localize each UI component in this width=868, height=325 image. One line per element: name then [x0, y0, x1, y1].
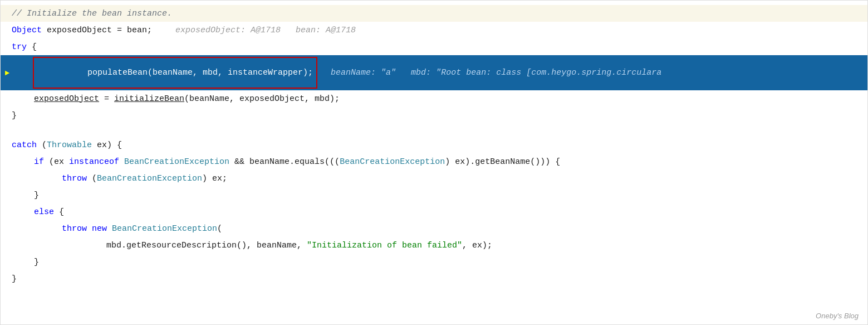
- line-content-mbd: mbd.getResourceDescription(), beanName, …: [1, 237, 867, 254]
- line-content-throw2: throw new BeanCreationException (: [1, 220, 867, 237]
- text-mbd-end: , ex);: [462, 241, 492, 250]
- line-content-if: if (ex instanceof BeanCreationException …: [1, 153, 867, 170]
- text-catch-var: ex) {: [92, 140, 122, 150]
- text-throw1-end: ) ex;: [202, 174, 227, 183]
- text-initialize: exposedObject: [34, 94, 99, 104]
- line-close-else: }: [1, 254, 867, 270]
- text-exposed: exposedObject = bean;: [42, 26, 152, 35]
- text-if-end: ) ex).getBeanName())) {: [445, 157, 560, 167]
- populate-text: populateBean(beanName, mbd, instanceWrap…: [87, 68, 313, 77]
- line-content-object: Object exposedObject = bean; exposedObje…: [1, 22, 867, 38]
- line-close-try: }: [1, 107, 867, 124]
- text-mbd: mbd.getResourceDescription(), beanName,: [106, 241, 307, 250]
- line-content-else: else {: [1, 203, 867, 220]
- line-content-populate: populateBean(beanName, mbd, instanceWrap…: [14, 55, 867, 90]
- type-bce3: BeanCreationException: [97, 174, 202, 183]
- red-box-populate: populateBean(beanName, mbd, instanceWrap…: [33, 57, 317, 89]
- line-initialize: exposedObject = initializeBean (beanName…: [1, 90, 867, 107]
- line-object: Object exposedObject = bean; exposedObje…: [1, 22, 867, 38]
- line-content-initialize: exposedObject = initializeBean (beanName…: [1, 90, 867, 107]
- kw-if: if: [34, 157, 44, 167]
- text-space1: [119, 157, 124, 167]
- kw-try: try: [12, 42, 27, 52]
- kw-object: Object: [12, 26, 42, 35]
- text-init-method: initializeBean: [114, 94, 184, 104]
- kw-else: else: [34, 207, 54, 217]
- line-close-if: }: [1, 187, 867, 203]
- debug-arrow: ►: [1, 55, 14, 90]
- brace-close-if: }: [34, 191, 39, 200]
- code-container: // Initialize the bean instance. Object …: [0, 0, 868, 325]
- line-throw1: throw ( BeanCreationException ) ex;: [1, 170, 867, 187]
- code-area: // Initialize the bean instance. Object …: [1, 1, 867, 292]
- text-throw2-space2: [107, 224, 112, 234]
- line-content-catch: catch ( Throwable ex) {: [1, 137, 867, 153]
- text-ampersand: && beanName.equals(((: [229, 157, 340, 167]
- line-content-comment: // Initialize the bean instance.: [1, 5, 867, 22]
- comment-text: // Initialize the bean instance.: [12, 9, 172, 18]
- line-throw2: throw new BeanCreationException (: [1, 220, 867, 237]
- line-populate: ► populateBean(beanName, mbd, instanceWr…: [1, 55, 867, 90]
- line-catch: catch ( Throwable ex) {: [1, 137, 867, 153]
- text-catch-paren: (: [37, 140, 47, 150]
- brace-close-catch: }: [12, 274, 17, 284]
- text-try-brace: {: [27, 42, 37, 52]
- text-init-args: (beanName, exposedObject, mbd);: [184, 94, 340, 104]
- text-throw2-paren: (: [217, 224, 222, 234]
- line-if: if (ex instanceof BeanCreationException …: [1, 153, 867, 170]
- line-empty: [1, 124, 867, 137]
- string-init-failed: "Initialization of bean failed": [307, 241, 462, 250]
- text-throw2-space: [87, 224, 92, 234]
- line-content-close-else: }: [1, 254, 867, 270]
- line-content-close-catch: }: [1, 270, 867, 287]
- kw-throw1: throw: [62, 174, 87, 183]
- text-if-paren: (ex: [44, 157, 69, 167]
- line-content-close-if: }: [1, 187, 867, 203]
- type-bce1: BeanCreationException: [124, 157, 229, 167]
- kw-new: new: [92, 224, 107, 234]
- line-else: else {: [1, 203, 867, 220]
- line-try: try {: [1, 38, 867, 55]
- brace-close-try: }: [12, 111, 17, 120]
- line-content-empty: [1, 124, 867, 137]
- line-close-catch: }: [1, 270, 867, 287]
- type-throwable: Throwable: [47, 140, 92, 150]
- watermark: Oneby's Blog: [816, 312, 859, 320]
- line-comment: // Initialize the bean instance.: [1, 5, 867, 22]
- type-bce4: BeanCreationException: [112, 224, 217, 234]
- line-content-close-try: }: [1, 107, 867, 124]
- type-bce2: BeanCreationException: [340, 157, 445, 167]
- hint-object: exposedObject: A@1718 bean: A@1718: [165, 26, 356, 35]
- line-content-throw1: throw ( BeanCreationException ) ex;: [1, 170, 867, 187]
- text-eq: =: [99, 94, 114, 104]
- brace-close-else: }: [34, 258, 39, 267]
- kw-instanceof: instanceof: [69, 157, 119, 167]
- line-mbd: mbd.getResourceDescription(), beanName, …: [1, 237, 867, 254]
- text-else-brace: {: [54, 207, 64, 217]
- line-content-try: try {: [1, 38, 867, 55]
- hint-populate: beanName: "a" mbd: "Root bean: class [co…: [331, 68, 661, 77]
- kw-catch: catch: [12, 140, 37, 150]
- kw-throw2: throw: [62, 224, 87, 234]
- text-throw1: (: [87, 174, 97, 183]
